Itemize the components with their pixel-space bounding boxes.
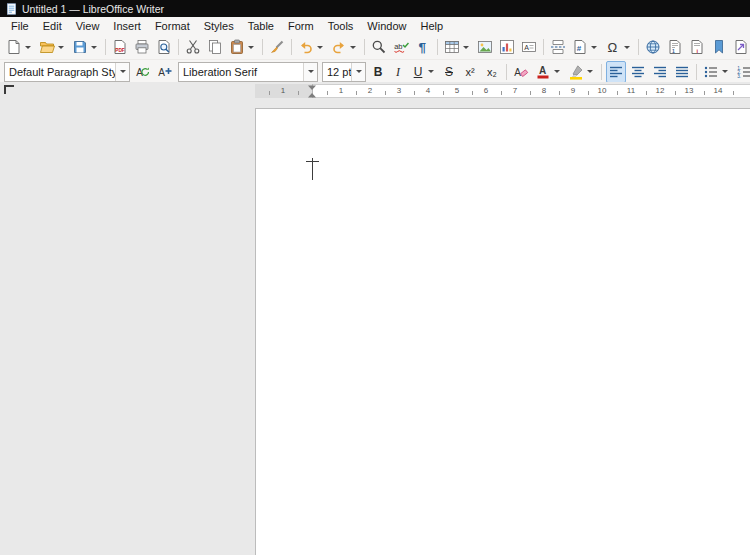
- spelling-button[interactable]: ab: [391, 36, 411, 58]
- align-justified-button[interactable]: [672, 61, 692, 83]
- toolbar-separator: [105, 39, 106, 55]
- menu-window[interactable]: Window: [360, 19, 413, 33]
- menu-insert[interactable]: Insert: [106, 19, 148, 33]
- align-center-button[interactable]: [628, 61, 648, 83]
- dropdown-arrow-icon[interactable]: [58, 46, 64, 49]
- font-name-combobox[interactable]: Liberation Serif: [178, 62, 318, 82]
- dropdown-arrow-icon[interactable]: [554, 70, 560, 73]
- tab-stop-selector[interactable]: [4, 85, 14, 94]
- menu-help[interactable]: Help: [413, 19, 450, 33]
- font-name-value[interactable]: Liberation Serif: [179, 66, 303, 78]
- dropdown-arrow-icon[interactable]: [350, 46, 356, 49]
- new-doc-icon: [6, 39, 22, 55]
- font-size-dropdown-button[interactable]: [351, 63, 365, 81]
- paste-button[interactable]: [227, 36, 258, 58]
- menu-tools[interactable]: Tools: [321, 19, 361, 33]
- insert-image-button[interactable]: [475, 36, 495, 58]
- strikethrough-button[interactable]: S: [440, 61, 458, 83]
- unordered-list-button[interactable]: [701, 61, 732, 83]
- font-color-button[interactable]: A: [533, 61, 564, 83]
- menu-table[interactable]: Table: [241, 19, 281, 33]
- subscript-button[interactable]: x₂: [482, 61, 502, 83]
- dropdown-arrow-icon[interactable]: [463, 46, 469, 49]
- copy-button[interactable]: [205, 36, 225, 58]
- dropdown-arrow-icon[interactable]: [25, 46, 31, 49]
- dropdown-arrow-icon[interactable]: [308, 70, 314, 73]
- menu-view[interactable]: View: [69, 19, 107, 33]
- print-icon: [134, 39, 150, 55]
- ruler-tick: [472, 91, 473, 95]
- dropdown-arrow-icon[interactable]: [120, 70, 126, 73]
- ruler-number: 12: [656, 86, 665, 96]
- paragraph-style-value[interactable]: Default Paragraph Style: [5, 66, 115, 78]
- dropdown-arrow-icon[interactable]: [356, 70, 362, 73]
- insert-cross-reference-button[interactable]: [731, 36, 750, 58]
- title-bar: Untitled 1 — LibreOffice Writer: [0, 0, 750, 17]
- undo-button[interactable]: [296, 36, 327, 58]
- insert-field-button[interactable]: #: [570, 36, 601, 58]
- dropdown-arrow-icon[interactable]: [587, 70, 593, 73]
- paragraph-style-combobox[interactable]: Default Paragraph Style: [4, 62, 130, 82]
- insert-footnote-button[interactable]: 1: [665, 36, 685, 58]
- menu-styles[interactable]: Styles: [197, 19, 241, 33]
- insert-special-character-button[interactable]: Ω: [603, 36, 634, 58]
- dropdown-arrow-icon[interactable]: [91, 46, 97, 49]
- bold-button[interactable]: B: [369, 61, 387, 83]
- insert-endnote-button[interactable]: i: [687, 36, 707, 58]
- horizontal-ruler[interactable]: 12345678910111213141: [255, 84, 750, 98]
- menu-file[interactable]: File: [4, 19, 36, 33]
- align-right-button[interactable]: [650, 61, 670, 83]
- new-style-button[interactable]: A: [155, 61, 175, 83]
- ruler-tick: [617, 91, 618, 95]
- document-page[interactable]: [255, 108, 750, 555]
- insert-hyperlink-button[interactable]: [643, 36, 663, 58]
- update-style-button[interactable]: A: [133, 61, 153, 83]
- insert-field-icon: #: [572, 39, 588, 55]
- formatting-marks-button[interactable]: ¶: [413, 36, 433, 58]
- insert-text-box-button[interactable]: A: [519, 36, 539, 58]
- dropdown-arrow-icon[interactable]: [624, 46, 630, 49]
- clear-formatting-icon: A: [513, 64, 529, 80]
- ruler-number: 14: [714, 86, 723, 96]
- dropdown-arrow-icon[interactable]: [722, 70, 728, 73]
- ordered-list-button[interactable]: 1.2.3.: [734, 61, 750, 83]
- dropdown-arrow-icon[interactable]: [317, 46, 323, 49]
- redo-button[interactable]: [329, 36, 360, 58]
- indent-markers[interactable]: [307, 84, 317, 102]
- paragraph-style-dropdown-button[interactable]: [115, 63, 129, 81]
- open-file-button[interactable]: [37, 36, 68, 58]
- cut-button[interactable]: [183, 36, 203, 58]
- save-button[interactable]: [70, 36, 101, 58]
- document-workspace[interactable]: 12345678910111213141: [0, 82, 750, 555]
- insert-table-button[interactable]: [442, 36, 473, 58]
- insert-chart-button[interactable]: [497, 36, 517, 58]
- highlighting-color-button[interactable]: [566, 61, 597, 83]
- print-button[interactable]: [132, 36, 152, 58]
- insert-bookmark-button[interactable]: [709, 36, 729, 58]
- find-replace-icon: [371, 39, 387, 55]
- menu-format[interactable]: Format: [148, 19, 197, 33]
- align-left-button[interactable]: [606, 61, 626, 83]
- underline-button[interactable]: U: [409, 61, 438, 83]
- menu-edit[interactable]: Edit: [36, 19, 69, 33]
- font-size-combobox[interactable]: 12 pt: [322, 62, 366, 82]
- clone-formatting-button[interactable]: [267, 36, 287, 58]
- superscript-button[interactable]: x²: [460, 61, 480, 83]
- menu-form[interactable]: Form: [281, 19, 321, 33]
- export-pdf-button[interactable]: PDF: [110, 36, 130, 58]
- print-preview-icon: [156, 39, 172, 55]
- clear-formatting-button[interactable]: A: [511, 61, 531, 83]
- italic-button[interactable]: I: [389, 61, 407, 83]
- font-size-value[interactable]: 12 pt: [323, 66, 351, 78]
- svg-text:PDF: PDF: [115, 48, 125, 53]
- new-document-button[interactable]: [4, 36, 35, 58]
- print-preview-button[interactable]: [154, 36, 174, 58]
- open-folder-icon: [39, 39, 55, 55]
- font-name-dropdown-button[interactable]: [303, 63, 317, 81]
- dropdown-arrow-icon[interactable]: [428, 70, 434, 73]
- ruler-margin-number: 1: [281, 86, 285, 96]
- dropdown-arrow-icon[interactable]: [248, 46, 254, 49]
- find-and-replace-button[interactable]: [369, 36, 389, 58]
- insert-page-break-button[interactable]: [548, 36, 568, 58]
- dropdown-arrow-icon[interactable]: [591, 46, 597, 49]
